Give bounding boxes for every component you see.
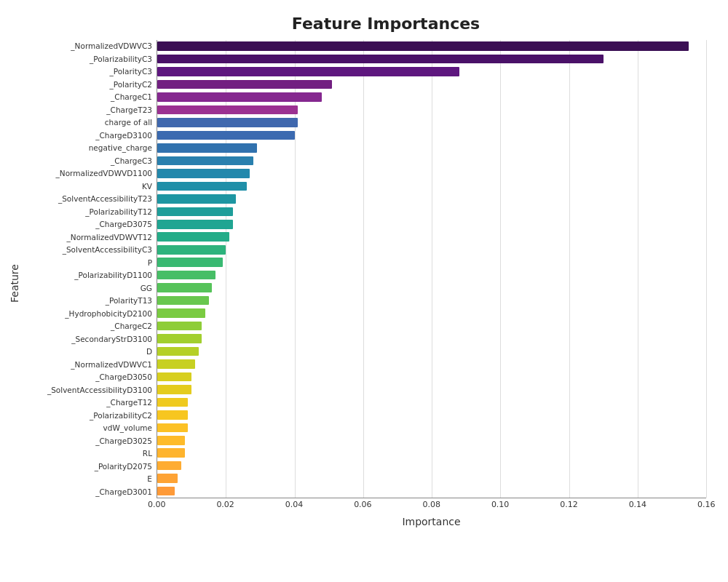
bar-row [157,383,706,396]
bar-row [157,52,706,65]
y-label: _PolarizabilityC2 [22,410,152,423]
bar [157,296,209,306]
bar-row [157,103,706,116]
bar-row [157,421,706,434]
y-label: _ChargeD3075 [22,218,152,231]
x-tick: 0.04 [285,500,303,509]
y-label: _ChargeT23 [22,104,152,117]
bar [157,410,188,420]
bar-row [157,167,706,180]
bar [157,220,233,229]
plot-area: _NormalizedVDWVC3_PolarizabilityC3_Polar… [22,40,706,498]
y-labels: _NormalizedVDWVC3_PolarizabilityC3_Polar… [22,40,157,498]
bar-row [157,205,706,218]
bar [157,182,247,191]
x-tick: 0.02 [216,500,234,509]
bar [157,398,188,407]
chart-area: Feature _NormalizedVDWVC3_Polarizability… [7,40,706,527]
y-label: vdW_volume [22,422,152,435]
bar [157,271,215,280]
y-label: _PolarizabilityC3 [22,53,152,66]
y-label: KV [22,180,152,194]
bar-row [157,154,706,167]
y-label: _ChargeD3100 [22,129,152,143]
bar [157,283,212,292]
bar-row [157,282,706,294]
y-label: _ChargeD3025 [22,435,152,448]
bar [157,118,298,127]
y-label: D [22,346,152,359]
bar [157,156,253,166]
x-axis-label: Importance [157,516,706,527]
bar-row [157,142,706,154]
x-tick: 0.08 [423,500,440,509]
y-label: negative_charge [22,142,152,155]
bar [157,487,175,496]
bar-row [157,231,706,243]
y-label: _ChargeD3050 [22,371,152,384]
bar [157,207,233,217]
y-label: _NormalizedVDWVT12 [22,231,152,244]
bar-row [157,116,706,129]
y-label: _ChargeD3001 [22,486,152,499]
bar-row [157,268,706,281]
y-label: _PolarizabilityT12 [22,206,152,219]
bar [157,169,250,178]
bar-row [157,447,706,459]
bar [157,67,459,76]
y-label: _PolarityD2075 [22,461,152,474]
bar [157,448,185,458]
chart-container: Feature Importances Feature _NormalizedV… [0,0,728,582]
bar-row [157,370,706,383]
bar-row [157,459,706,471]
y-label: _ChargeC3 [22,155,152,168]
bar [157,80,332,89]
y-label: _SolventAccessibilityC3 [22,244,152,257]
bar [157,474,178,483]
y-label: _NormalizedVDWVC3 [22,40,152,53]
bar-row [157,409,706,421]
y-label: _PolarizabilityD1100 [22,269,152,282]
x-tick: 0.06 [354,500,371,509]
y-label: _PolarityC3 [22,65,152,79]
bar-row [157,358,706,370]
y-label: _SecondaryStrD3100 [22,333,152,346]
x-tick: 0.10 [491,500,509,509]
bar-row [157,319,706,332]
bar-row [157,129,706,141]
bar [157,232,229,242]
bar [157,436,185,445]
bar-row [157,294,706,306]
bar [157,41,689,51]
x-tick: 0.12 [560,500,577,509]
x-tick: 0.00 [148,500,165,509]
y-label: _SolventAccessibilityT23 [22,193,152,206]
bar [157,92,322,102]
bar [157,143,257,153]
y-label: _NormalizedVDWVC1 [22,359,152,372]
bar-row [157,345,706,357]
x-tick: 0.16 [697,500,715,509]
bar [157,359,195,369]
y-axis-label: Feature [7,40,22,527]
bar-row [157,193,706,205]
bar [157,55,604,64]
bar-row [157,218,706,231]
bar [157,194,236,204]
y-label: _HydrophobicityD2100 [22,308,152,321]
y-label: charge of all [22,116,152,129]
bar-row [157,472,706,485]
y-label: RL [22,447,152,461]
chart-title: Feature Importances [7,15,706,33]
bars-area [157,40,706,498]
y-label: _ChargeT12 [22,396,152,410]
y-label: GG [22,282,152,295]
bar-row [157,256,706,268]
bar-row [157,244,706,256]
bar [157,461,181,471]
bar [157,423,188,433]
bar-row [157,180,706,192]
bar [157,131,295,140]
bar-row [157,307,706,319]
y-label: E [22,473,152,486]
